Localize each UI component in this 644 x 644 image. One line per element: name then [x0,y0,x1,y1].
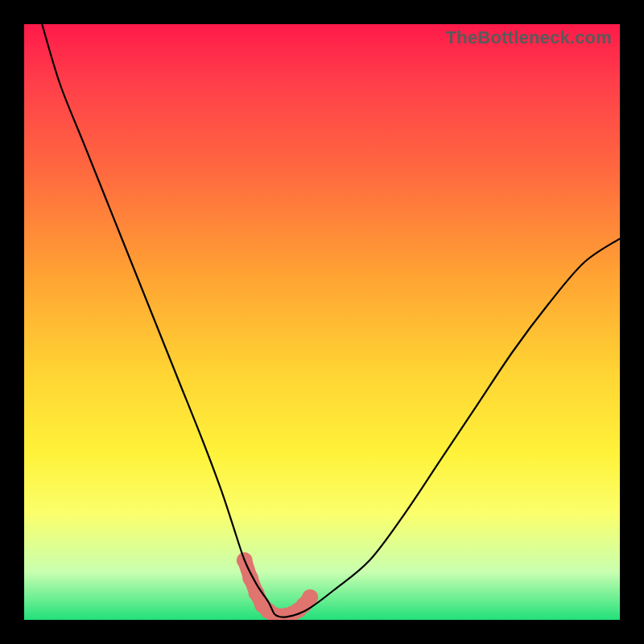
chart-plot-area: TheBottleneck.com [24,24,620,620]
trough-marker-dot [302,589,318,605]
chart-svg [24,24,620,620]
bottleneck-curve [42,24,620,617]
